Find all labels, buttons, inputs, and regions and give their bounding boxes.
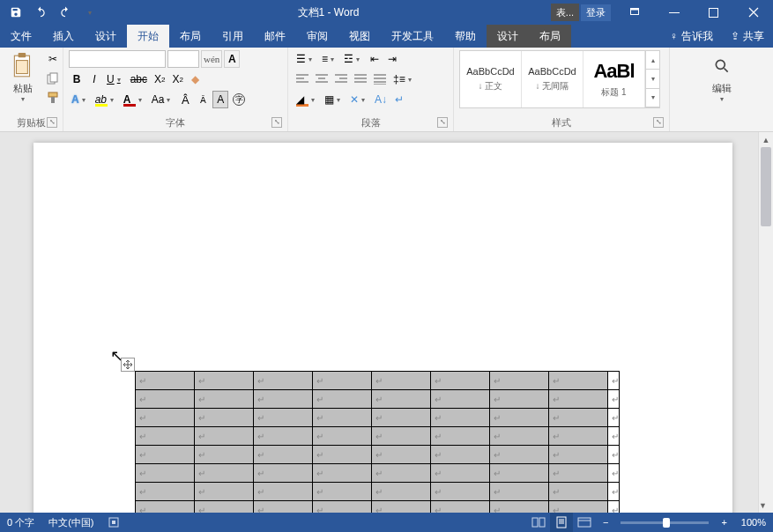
table-cell[interactable]: ↵: [136, 446, 195, 464]
subscript-button[interactable]: X2: [152, 70, 167, 88]
table-cell[interactable]: ↵: [313, 501, 372, 514]
table-cell[interactable]: ↵: [195, 501, 254, 514]
clear-format[interactable]: ◆: [188, 70, 204, 88]
style-item[interactable]: AaBbCcDd↓ 无间隔: [522, 51, 583, 107]
close-button[interactable]: [733, 0, 773, 25]
table-cell[interactable]: ↵: [254, 483, 313, 501]
grow-font[interactable]: wén: [201, 50, 222, 68]
zoom-level[interactable]: 100%: [734, 517, 773, 528]
table-cell[interactable]: ↵: [254, 372, 313, 390]
table-cell[interactable]: ↵: [490, 427, 549, 446]
zoom-slider[interactable]: [621, 521, 709, 524]
table-cell[interactable]: ↵: [549, 427, 608, 446]
table-cell[interactable]: ↵: [313, 427, 372, 446]
distributed[interactable]: [371, 70, 389, 88]
table-cell[interactable]: ↵: [136, 372, 195, 390]
table-cell[interactable]: ↵: [490, 464, 549, 483]
table-cell[interactable]: ↵: [490, 372, 549, 390]
table-cell[interactable]: ↵: [195, 446, 254, 464]
font-shrink-a[interactable]: Ǎ: [195, 91, 211, 108]
paragraph-launcher[interactable]: ⤡: [437, 117, 448, 128]
table-cell[interactable]: ↵: [549, 372, 608, 390]
table-cell[interactable]: ↵: [313, 464, 372, 483]
gallery-scroll[interactable]: ▾: [646, 70, 659, 88]
vertical-scrollbar[interactable]: ▲ ▼: [758, 132, 773, 513]
document-table[interactable]: ↵↵↵↵↵↵↵↵↵↵↵↵↵↵↵↵↵↵↵↵↵↵↵↵↵↵↵↵↵↵↵↵↵↵↵↵↵↵↵↵…: [135, 371, 620, 513]
table-cell[interactable]: ↵: [136, 409, 195, 427]
scroll-thumb[interactable]: [761, 147, 771, 226]
scroll-up[interactable]: ▲: [759, 132, 773, 147]
increase-indent[interactable]: ⇥: [384, 50, 400, 68]
tab-devtools[interactable]: 开发工具: [381, 25, 444, 48]
tell-me[interactable]: ♀告诉我: [661, 25, 722, 48]
table-cell[interactable]: ↵: [254, 464, 313, 483]
shading[interactable]: ◢: [294, 91, 320, 108]
borders[interactable]: ▦: [322, 91, 346, 108]
table-cell[interactable]: ↵: [313, 409, 372, 427]
table-cell[interactable]: ↵: [254, 409, 313, 427]
paste-button[interactable]: 粘贴: [5, 50, 41, 105]
zoom-in[interactable]: +: [714, 517, 733, 528]
table-cell[interactable]: ↵: [549, 483, 608, 501]
table-cell[interactable]: ↵: [431, 372, 490, 390]
table-cell[interactable]: ↵: [490, 446, 549, 464]
tab-view[interactable]: 视图: [338, 25, 381, 48]
tab-table-layout[interactable]: 布局: [529, 25, 571, 48]
superscript-button[interactable]: X2: [170, 70, 186, 88]
view-web[interactable]: [573, 513, 596, 532]
underline-button[interactable]: U: [104, 70, 126, 88]
table-cell[interactable]: ↵: [431, 409, 490, 427]
maximize-button[interactable]: [694, 0, 733, 25]
minimize-button[interactable]: [654, 0, 694, 25]
asian-layout[interactable]: ✕: [347, 91, 370, 108]
table-cell[interactable]: ↵: [431, 390, 490, 409]
view-read[interactable]: [527, 513, 550, 532]
ribbon-options-button[interactable]: [614, 0, 654, 25]
table-cell[interactable]: ↵: [195, 483, 254, 501]
highlight-button[interactable]: ab: [93, 91, 119, 108]
table-cell[interactable]: ↵: [313, 390, 372, 409]
numbering[interactable]: ≡: [319, 50, 339, 68]
strike-button[interactable]: abc: [128, 70, 150, 88]
table-cell[interactable]: ↵: [431, 501, 490, 514]
tab-design[interactable]: 设计: [85, 25, 127, 48]
table-cell[interactable]: ↵: [136, 427, 195, 446]
share-button[interactable]: ⇪共享: [722, 25, 773, 48]
multilevel[interactable]: ☲: [341, 50, 365, 68]
scroll-down[interactable]: ▼: [759, 498, 767, 513]
table-cell[interactable]: ↵: [608, 464, 620, 483]
show-marks[interactable]: ↵: [391, 91, 407, 108]
table-cell[interactable]: ↵: [431, 483, 490, 501]
table-cell[interactable]: ↵: [254, 427, 313, 446]
table-cell[interactable]: ↵: [431, 446, 490, 464]
style-item[interactable]: AaBbCcDd↓ 正文: [460, 51, 522, 107]
table-cell[interactable]: ↵: [490, 483, 549, 501]
gallery-scroll[interactable]: ▴: [646, 51, 659, 70]
table-cell[interactable]: ↵: [608, 483, 620, 501]
tab-help[interactable]: 帮助: [444, 25, 487, 48]
table-cell[interactable]: ↵: [490, 501, 549, 514]
tab-file[interactable]: 文件: [0, 25, 42, 48]
table-cell[interactable]: ↵: [254, 390, 313, 409]
table-cell[interactable]: ↵: [372, 409, 431, 427]
format-painter[interactable]: [44, 89, 62, 107]
align-left[interactable]: [294, 70, 311, 88]
zoom-out[interactable]: −: [596, 517, 615, 528]
table-cell[interactable]: ↵: [313, 483, 372, 501]
view-print[interactable]: [550, 513, 573, 532]
font-color[interactable]: A: [121, 91, 147, 108]
tab-layout[interactable]: 布局: [169, 25, 212, 48]
table-cell[interactable]: ↵: [136, 390, 195, 409]
table-cell[interactable]: ↵: [608, 427, 620, 446]
table-cell[interactable]: ↵: [136, 483, 195, 501]
bullets[interactable]: ☰: [294, 50, 317, 68]
table-cell[interactable]: ↵: [313, 372, 372, 390]
editing-dropdown[interactable]: 编辑: [704, 50, 740, 105]
table-cell[interactable]: ↵: [195, 372, 254, 390]
font-grow-a[interactable]: Â: [177, 91, 193, 108]
table-cell[interactable]: ↵: [195, 390, 254, 409]
shrink-font[interactable]: A: [224, 50, 240, 68]
language-status[interactable]: 中文(中国): [41, 516, 100, 529]
table-move-handle[interactable]: [121, 358, 135, 372]
tab-mailings[interactable]: 邮件: [254, 25, 296, 48]
